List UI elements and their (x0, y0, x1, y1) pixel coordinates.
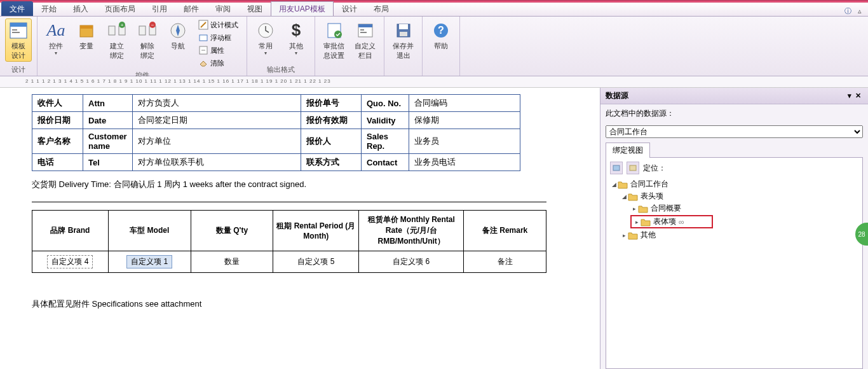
th-model[interactable]: 车型 Model (108, 211, 191, 251)
twisty-icon[interactable]: ▸ (620, 232, 628, 239)
cell[interactable]: 业务员电话 (409, 154, 520, 171)
td-period[interactable]: 自定义项 5 (273, 251, 359, 273)
unbind-button[interactable]: − 解除绑定 (134, 18, 161, 62)
th-period[interactable]: 租期 Rental Period (月 Month) (273, 211, 359, 251)
tab-uap[interactable]: 用友UAP模板 (271, 1, 334, 16)
tab-design[interactable]: 设计 (334, 1, 365, 16)
datasource-select[interactable]: 合同工作台 (606, 125, 863, 138)
twisty-icon[interactable]: ▸ (630, 205, 638, 212)
tree-body-highlighted[interactable]: ▸ 表体项 ∞ (610, 214, 858, 229)
delivery-paragraph[interactable]: 交货期 Delivery Time: 合同确认后 1 周内 1 weeks af… (32, 179, 593, 190)
td-brand[interactable]: 自定义项 4 (32, 251, 109, 273)
cell[interactable]: 业务员 (409, 129, 520, 154)
document-area[interactable]: 收件人 Attn 对方负责人 报价单号 Quo. No. 合同编码 报价日期 D… (0, 88, 600, 369)
controls-button[interactable]: Aa 控件▾ (43, 18, 69, 59)
cell[interactable]: Customer name (83, 129, 133, 154)
twisty-icon[interactable]: ▸ (633, 219, 641, 225)
field-custom1[interactable]: 自定义项 1 (126, 255, 172, 268)
float-button[interactable]: 浮动框 (195, 31, 241, 44)
cell[interactable]: Tel (83, 154, 133, 171)
th-brand[interactable]: 品牌 Brand (32, 211, 109, 251)
tree-summary[interactable]: ▸ 合同概要 (610, 202, 858, 214)
tab-reference[interactable]: 引用 (144, 1, 175, 16)
tab-pagelayout[interactable]: 页面布局 (97, 1, 144, 16)
template-design-button[interactable]: 模板设计 (5, 18, 32, 62)
cell[interactable]: Quo. No. (362, 95, 409, 112)
th-remark[interactable]: 备注 Remark (464, 211, 546, 251)
cell[interactable]: Validity (362, 112, 409, 129)
tool-icon-1[interactable] (610, 162, 623, 174)
tool-icon-2[interactable] (627, 162, 639, 174)
help-button[interactable]: ? 帮助 (428, 18, 454, 52)
header-table[interactable]: 收件人 Attn 对方负责人 报价单号 Quo. No. 合同编码 报价日期 D… (32, 94, 520, 171)
highlight-body-item: ▸ 表体项 ∞ (630, 215, 713, 228)
cell[interactable]: Sales Rep. (362, 129, 409, 154)
td-rate[interactable]: 自定义项 6 (359, 251, 464, 273)
cell[interactable]: 客户名称 (32, 129, 83, 154)
nav-button[interactable]: 导航 (165, 18, 191, 52)
panel-close-icon[interactable]: ✕ (853, 92, 863, 100)
svg-text:+: + (121, 22, 124, 28)
cell[interactable]: Date (83, 112, 133, 129)
cell[interactable]: Attn (83, 95, 133, 112)
panel-dropdown-icon[interactable]: ▾ (846, 92, 853, 100)
tab-mail[interactable]: 邮件 (175, 1, 207, 16)
tree-head[interactable]: ◢ 表头项 (610, 190, 858, 202)
svg-text:−: − (151, 22, 154, 28)
tab-file[interactable]: 文件 (1, 1, 33, 16)
link-icon: ∞ (679, 218, 684, 226)
cell[interactable]: 报价日期 (32, 112, 83, 129)
approve-button[interactable]: 审批信息设置 (320, 18, 348, 62)
float-icon (198, 32, 208, 43)
property-button[interactable]: 属性 (195, 44, 241, 57)
cell[interactable]: 报价单号 (301, 95, 362, 112)
cell[interactable]: 对方单位 (133, 129, 301, 154)
folder-icon (628, 192, 638, 201)
tab-review[interactable]: 审阅 (207, 1, 239, 16)
th-rate[interactable]: 租赁单价 Monthly Rental Rate（元/月/台 RMB/Month… (359, 211, 464, 251)
tab-home[interactable]: 开始 (33, 1, 65, 16)
cell[interactable]: 报价有效期 (301, 112, 362, 129)
design-mode-button[interactable]: 设计模式 (195, 18, 241, 31)
help-icon[interactable]: ⓘ (844, 6, 851, 16)
td-model[interactable]: 自定义项 1 (108, 251, 191, 273)
tab-layout[interactable]: 布局 (365, 1, 397, 16)
cell[interactable]: 联系方式 (301, 154, 362, 171)
custom-button[interactable]: 自定义栏目 (351, 18, 379, 62)
cell[interactable]: 保修期 (409, 112, 520, 129)
svg-rect-25 (360, 32, 367, 33)
spec-paragraph[interactable]: 具体配置见附件 Specifications see attachment (32, 298, 593, 310)
tab-insert[interactable]: 插入 (65, 1, 97, 16)
svg-rect-23 (358, 24, 372, 27)
tab-view[interactable]: 视图 (239, 1, 271, 16)
cell[interactable]: 对方单位联系手机 (133, 154, 301, 171)
cell[interactable]: 报价人 (301, 129, 362, 154)
cell[interactable]: Contact (362, 154, 409, 171)
document-content: 收件人 Attn 对方负责人 报价单号 Quo. No. 合同编码 报价日期 D… (19, 88, 600, 328)
field-custom4[interactable]: 自定义项 4 (47, 255, 93, 268)
svg-rect-1 (10, 23, 27, 27)
tab-bind-view[interactable]: 绑定视图 (606, 143, 650, 158)
tree-other[interactable]: ▸ 其他 (610, 229, 858, 241)
th-qty[interactable]: 数量 Q'ty (191, 211, 273, 251)
cell[interactable]: 合同签定日期 (133, 112, 301, 129)
twisty-icon[interactable]: ◢ (620, 193, 628, 200)
twisty-icon[interactable]: ◢ (610, 181, 618, 188)
minimize-ribbon-icon[interactable]: ▵ (858, 7, 862, 15)
td-remark[interactable]: 备注 (464, 251, 546, 273)
tree-root[interactable]: ◢ 合同工作台 (610, 178, 858, 190)
save-exit-button[interactable]: 保存并退出 (390, 18, 417, 62)
svg-rect-2 (12, 29, 17, 31)
cell[interactable]: 收件人 (32, 95, 83, 112)
bind-button[interactable]: + 建立绑定 (104, 18, 130, 62)
cell[interactable]: 电话 (32, 154, 83, 171)
other-button[interactable]: $ 其他▾ (283, 18, 309, 59)
body-table[interactable]: 品牌 Brand 车型 Model 数量 Q'ty 租期 Rental Peri… (32, 210, 546, 273)
common-button[interactable]: 常用▾ (252, 18, 279, 59)
cell[interactable]: 对方负责人 (133, 95, 301, 112)
variable-button[interactable]: 变量 (73, 18, 100, 52)
td-qty[interactable]: 数量 (191, 251, 273, 273)
window-controls: ⓘ ▵ (844, 6, 868, 16)
clear-button[interactable]: 清除 (195, 57, 241, 69)
cell[interactable]: 合同编码 (409, 95, 520, 112)
